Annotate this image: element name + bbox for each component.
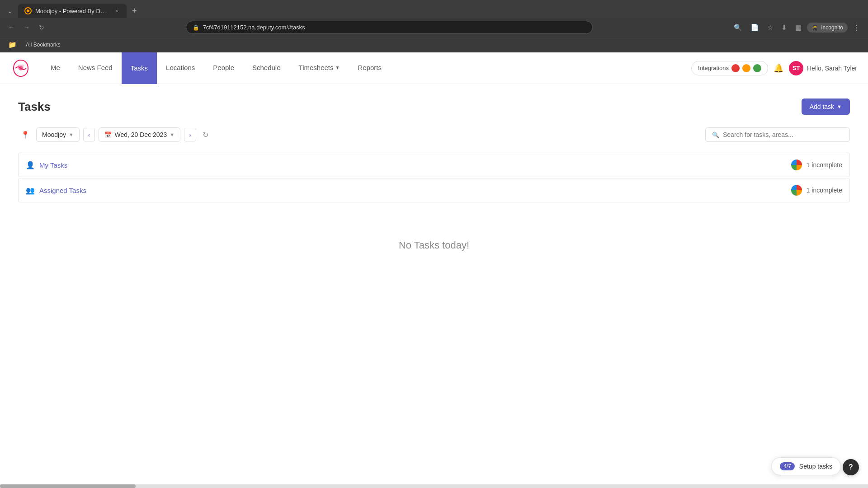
help-button[interactable]: ? bbox=[843, 459, 859, 475]
location-name: Moodjoy bbox=[42, 131, 66, 138]
nav-item-timesheets[interactable]: Timesheets ▼ bbox=[290, 52, 349, 84]
integration-dot-red bbox=[731, 64, 740, 72]
my-tasks-incomplete-badge: 1 incomplete bbox=[807, 161, 842, 169]
setup-tasks-badge: 4/7 bbox=[780, 462, 795, 470]
assigned-tasks-section: 👥 Assigned Tasks 1 incomplete bbox=[18, 178, 850, 202]
search-icon: 🔍 bbox=[712, 131, 719, 138]
refresh-tasks-button[interactable]: ↻ bbox=[200, 128, 211, 142]
tasks-search-box[interactable]: 🔍 bbox=[705, 127, 850, 142]
incognito-label: Incognito bbox=[821, 24, 843, 31]
page-header: Tasks Add task ▼ bbox=[18, 99, 850, 115]
my-tasks-label[interactable]: My Tasks bbox=[39, 161, 791, 169]
close-tab-button[interactable]: × bbox=[113, 7, 120, 14]
nav-item-schedule[interactable]: Schedule bbox=[243, 52, 290, 84]
toolbar-icons: 🔍 📄 ☆ ⇓ ▦ 🥷 Incognito ⋮ bbox=[731, 22, 863, 33]
user-avatar: ST bbox=[789, 61, 803, 75]
prev-date-button[interactable]: ‹ bbox=[83, 128, 95, 141]
tab-bar-left-arrow[interactable]: ⌄ bbox=[4, 5, 16, 17]
calendar-icon: 📅 bbox=[104, 131, 112, 138]
app-container: Me News Feed Tasks Locations People Sche… bbox=[0, 52, 868, 486]
location-dropdown-icon: ▼ bbox=[69, 132, 74, 137]
notifications-bell-icon[interactable]: 🔔 bbox=[774, 63, 783, 73]
nav-item-reports[interactable]: Reports bbox=[349, 52, 391, 84]
reader-mode-icon[interactable]: 📄 bbox=[748, 22, 762, 33]
assigned-tasks-right: 1 incomplete bbox=[791, 185, 842, 196]
top-nav: Me News Feed Tasks Locations People Sche… bbox=[0, 52, 868, 84]
lock-icon: 🔒 bbox=[193, 24, 199, 31]
incognito-button[interactable]: 🥷 Incognito bbox=[807, 23, 848, 33]
url-text: 7cf47d19112152.na.deputy.com/#tasks bbox=[203, 24, 305, 31]
next-date-button[interactable]: › bbox=[184, 128, 196, 141]
nav-item-people[interactable]: People bbox=[204, 52, 243, 84]
nav-item-locations[interactable]: Locations bbox=[157, 52, 204, 84]
filters-bar: 📍 Moodjoy ▼ ‹ 📅 Wed, 20 Dec 2023 ▼ › ↻ 🔍 bbox=[18, 127, 850, 142]
assigned-tasks-deputy-icon bbox=[791, 185, 802, 196]
date-selector[interactable]: 📅 Wed, 20 Dec 2023 ▼ bbox=[99, 127, 180, 142]
nav-item-tasks[interactable]: Tasks bbox=[122, 52, 157, 84]
side-panel-icon[interactable]: ▦ bbox=[793, 22, 804, 33]
nav-right: Integrations 🔔 ST Hello, Sarah Tyler bbox=[691, 61, 857, 75]
search-input[interactable] bbox=[723, 131, 843, 138]
integration-dot-orange bbox=[742, 64, 750, 72]
my-tasks-section: 👤 My Tasks 1 incomplete bbox=[18, 153, 850, 177]
timesheets-dropdown-icon: ▼ bbox=[335, 65, 340, 70]
integration-dot-green bbox=[753, 64, 761, 72]
incognito-icon: 🥷 bbox=[811, 24, 818, 31]
setup-tasks-label: Setup tasks bbox=[799, 463, 832, 470]
browser-tab-bar: ⌄ Moodjoy - Powered By Deputy × + bbox=[0, 0, 868, 18]
integrations-label: Integrations bbox=[698, 65, 729, 71]
user-profile[interactable]: ST Hello, Sarah Tyler bbox=[789, 61, 857, 75]
add-task-dropdown-icon: ▼ bbox=[837, 104, 842, 109]
nav-item-news-feed[interactable]: News Feed bbox=[69, 52, 122, 84]
integrations-button[interactable]: Integrations bbox=[691, 61, 768, 75]
address-bar[interactable]: 🔒 7cf47d19112152.na.deputy.com/#tasks bbox=[186, 21, 593, 34]
assigned-tasks-incomplete-badge: 1 incomplete bbox=[807, 187, 842, 194]
back-button[interactable]: ← bbox=[5, 22, 17, 33]
tab-title: Moodjoy - Powered By Deputy bbox=[35, 8, 109, 14]
location-selector[interactable]: Moodjoy ▼ bbox=[36, 127, 80, 142]
forward-button[interactable]: → bbox=[21, 22, 33, 33]
pin-button[interactable]: 📍 bbox=[18, 128, 33, 142]
svg-point-1 bbox=[27, 9, 29, 12]
browser-search-icon[interactable]: 🔍 bbox=[731, 22, 745, 33]
browser-chrome: ⌄ Moodjoy - Powered By Deputy × + ← → ↻ … bbox=[0, 0, 868, 52]
empty-state: No Tasks today! bbox=[18, 203, 850, 287]
selected-date: Wed, 20 Dec 2023 bbox=[114, 131, 167, 138]
browser-menu-icon[interactable]: ⋮ bbox=[850, 22, 863, 33]
my-tasks-row: 👤 My Tasks 1 incomplete bbox=[19, 153, 849, 177]
nav-item-me[interactable]: Me bbox=[42, 52, 69, 84]
browser-tab-active[interactable]: Moodjoy - Powered By Deputy × bbox=[18, 4, 127, 18]
deputy-logo[interactable] bbox=[11, 58, 31, 78]
date-dropdown-icon: ▼ bbox=[170, 132, 175, 137]
new-tab-button[interactable]: + bbox=[128, 5, 141, 18]
my-tasks-person-icon: 👤 bbox=[26, 161, 35, 169]
my-tasks-right: 1 incomplete bbox=[791, 160, 842, 170]
user-greeting-text: Hello, Sarah Tyler bbox=[807, 65, 857, 72]
all-bookmarks-link[interactable]: All Bookmarks bbox=[23, 41, 63, 49]
add-task-label: Add task bbox=[810, 103, 834, 110]
tab-favicon bbox=[24, 7, 32, 14]
bookmarks-bar: 📁 All Bookmarks bbox=[0, 37, 868, 52]
browser-toolbar: ← → ↻ 🔒 7cf47d19112152.na.deputy.com/#ta… bbox=[0, 18, 868, 37]
add-task-button[interactable]: Add task ▼ bbox=[802, 99, 850, 115]
my-tasks-deputy-icon bbox=[791, 160, 802, 170]
main-content: Tasks Add task ▼ 📍 Moodjoy ▼ ‹ 📅 Wed, 20… bbox=[0, 84, 868, 486]
assigned-tasks-label[interactable]: Assigned Tasks bbox=[39, 187, 791, 194]
refresh-browser-button[interactable]: ↻ bbox=[36, 22, 47, 33]
help-icon: ? bbox=[849, 463, 853, 471]
nav-items: Me News Feed Tasks Locations People Sche… bbox=[42, 52, 691, 84]
setup-tasks-widget[interactable]: 4/7 Setup tasks bbox=[771, 457, 841, 475]
empty-state-message: No Tasks today! bbox=[399, 239, 469, 251]
bookmarks-folder-icon: 📁 bbox=[5, 39, 19, 51]
bookmark-star-icon[interactable]: ☆ bbox=[764, 22, 776, 33]
download-icon[interactable]: ⇓ bbox=[778, 22, 790, 33]
assigned-tasks-row: 👥 Assigned Tasks 1 incomplete bbox=[19, 178, 849, 202]
assigned-tasks-people-icon: 👥 bbox=[26, 186, 35, 195]
page-title: Tasks bbox=[18, 100, 51, 114]
scrollbar-thumb[interactable] bbox=[0, 484, 136, 486]
task-sections-container: 👤 My Tasks 1 incomplete 👥 Assigned Tasks… bbox=[18, 153, 850, 202]
scrollbar-area[interactable] bbox=[0, 484, 868, 486]
